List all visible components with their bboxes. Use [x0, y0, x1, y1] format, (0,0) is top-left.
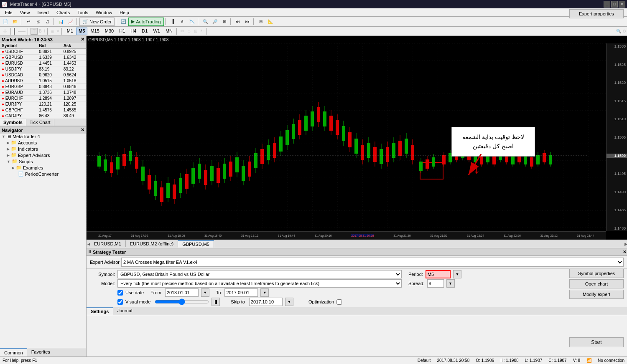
visual-speed-slider[interactable]: [155, 298, 209, 305]
bar-chart-btn[interactable]: ▐: [168, 18, 177, 26]
tf-h1[interactable]: H1: [117, 28, 127, 35]
zoom-out-btn[interactable]: 🔎: [210, 18, 219, 26]
nav-accounts[interactable]: ▶ 📁 Accounts: [0, 139, 86, 146]
nav-indicators[interactable]: ▶ 📁 Indicators: [0, 146, 86, 152]
market-watch-row[interactable]: ● EURGBP 0.8843 0.8846: [0, 84, 86, 90]
tf-m1[interactable]: M1: [64, 28, 76, 35]
line-btn[interactable]: 📉: [187, 18, 196, 26]
zoom-in-btn[interactable]: 🔍: [201, 18, 210, 26]
optimization-checkbox[interactable]: [336, 299, 342, 305]
market-watch-row[interactable]: ● USDCHF 0.8921 0.8925: [0, 49, 86, 55]
chart-scroll-right[interactable]: ▶: [624, 242, 627, 246]
close-button[interactable]: ✕: [619, 1, 625, 8]
scroll-end-btn[interactable]: ⏭: [233, 18, 242, 26]
chart-btn1[interactable]: 📊: [56, 18, 66, 26]
tf-h4[interactable]: H4: [128, 28, 139, 35]
refresh-button[interactable]: 🔄: [119, 18, 128, 26]
crosshair-btn[interactable]: ✛: [1, 28, 9, 34]
template-btn[interactable]: T: [31, 28, 38, 35]
period-sep-btn[interactable]: ⊟: [256, 18, 265, 26]
chart-tab-eurusd-m1[interactable]: EURUSD,M1: [90, 240, 126, 247]
symbol-properties-button[interactable]: Symbol properties: [569, 269, 624, 278]
nav-examples[interactable]: ▶ 📁 Examples: [0, 164, 86, 171]
symbol-select[interactable]: GBPUSD, Great Britain Pound vs US Dollar: [117, 270, 402, 278]
refresh2-btn[interactable]: ↻: [199, 29, 205, 33]
print-button[interactable]: 🖨: [33, 18, 43, 26]
search-icon[interactable]: 🔍: [616, 29, 621, 33]
strategy-tester-close[interactable]: ✕: [623, 250, 626, 254]
candle-btn[interactable]: 🕯: [178, 18, 187, 26]
new-button[interactable]: 📄: [1, 18, 10, 26]
navigator-close[interactable]: ✕: [81, 127, 84, 133]
indicator-btn[interactable]: 📐: [266, 18, 275, 26]
from-input[interactable]: [165, 288, 199, 297]
open-button[interactable]: 📂: [10, 18, 20, 26]
nav-scripts[interactable]: ▼ 📁 Scripts: [0, 158, 86, 164]
undo-button[interactable]: ↩: [24, 18, 33, 26]
tf-mn[interactable]: MN: [163, 28, 175, 35]
market-watch-row[interactable]: ● EURJPY 120.21 120.25: [0, 101, 86, 107]
market-watch-row[interactable]: ● CADJPY 86.43 86.49: [0, 113, 86, 119]
nav-metatrader4[interactable]: ▼ 🖥 MetaTrader 4: [0, 134, 86, 139]
market-watch-row[interactable]: ● EURAUD 1.3736 1.3748: [0, 90, 86, 96]
expert-advisor-select[interactable]: 2 MA Crosses Mega filter EA V1.ex4: [121, 258, 624, 267]
tf-m15[interactable]: M15: [88, 28, 102, 35]
to-calendar-button[interactable]: ▼: [260, 288, 269, 297]
nav-tab-favorites[interactable]: Favorites: [27, 348, 54, 356]
bold-btn[interactable]: B: [38, 29, 43, 33]
settings-icon[interactable]: ⚙: [622, 29, 626, 33]
autotrading-button[interactable]: ▶ AutoTrading: [128, 18, 164, 26]
chart-tab-eurusd-m2[interactable]: EURUSD,M2 (offline): [126, 240, 178, 247]
italic-btn[interactable]: I: [43, 29, 46, 33]
tf-w1[interactable]: W1: [150, 28, 163, 35]
nav-period-converter[interactable]: 📄 PeriodConverter: [0, 171, 86, 177]
tab-settings[interactable]: Settings: [87, 307, 113, 315]
skip-to-calendar-button[interactable]: ▼: [285, 298, 293, 306]
minimize-button[interactable]: _: [604, 1, 610, 8]
chart-btn2[interactable]: 📈: [66, 18, 75, 26]
start-button[interactable]: Start: [569, 337, 624, 347]
grid-btn[interactable]: ⊞: [220, 18, 229, 26]
use-date-checkbox[interactable]: [117, 290, 123, 296]
new-order-button[interactable]: 🛒 New Order: [79, 18, 115, 26]
scroll-begin-btn[interactable]: ⏮: [243, 18, 252, 26]
menu-tools[interactable]: Tools: [74, 9, 92, 16]
to-input[interactable]: [224, 288, 258, 297]
spread-dropdown-button[interactable]: ▼: [446, 279, 455, 288]
tab-journal[interactable]: Journal: [113, 307, 136, 315]
from-calendar-button[interactable]: ▼: [201, 288, 209, 297]
visual-mode-checkbox[interactable]: [117, 299, 123, 305]
menu-charts[interactable]: Charts: [53, 9, 73, 16]
tab-tick-chart[interactable]: Tick Chart: [26, 119, 54, 126]
nav-tab-common[interactable]: Common: [0, 348, 27, 356]
menu-window[interactable]: Window: [92, 9, 115, 16]
open-chart-button[interactable]: Open chart: [569, 279, 624, 288]
tab-symbols[interactable]: Symbols: [0, 119, 26, 126]
menu-help[interactable]: Help: [116, 9, 133, 16]
calc-btn[interactable]: ⊞: [193, 29, 199, 33]
market-watch-row[interactable]: ● AUDUSD 1.0515 1.0518: [0, 78, 86, 84]
nav-expert-advisors[interactable]: ▶ 📁 Expert Advisors: [0, 152, 86, 158]
period-dropdown-button[interactable]: ▼: [453, 270, 461, 278]
tf-d1[interactable]: D1: [139, 28, 150, 35]
email-btn[interactable]: ✉: [179, 29, 185, 33]
smiley-btn[interactable]: ☺: [186, 29, 192, 33]
menu-view[interactable]: View: [17, 9, 33, 16]
period-input[interactable]: [426, 270, 451, 278]
menu-insert[interactable]: Insert: [34, 9, 52, 16]
tf-m30[interactable]: M30: [102, 28, 116, 35]
modify-expert-button[interactable]: Modify expert: [569, 290, 624, 299]
market-watch-row[interactable]: ● EURUSD 1.4451 1.4453: [0, 61, 86, 66]
chart-canvas[interactable]: 1.1530 1.1525 1.1520 1.1515 1.1510 1.150…: [87, 43, 627, 240]
object-list-btn[interactable]: ≡: [50, 28, 55, 34]
line-tool-btn[interactable]: —: [17, 27, 26, 35]
spread-input[interactable]: [427, 279, 444, 288]
model-select[interactable]: Every tick (the most precise method base…: [117, 279, 402, 288]
skip-to-input[interactable]: [249, 298, 283, 306]
chart-tab-gbpusd-m5[interactable]: GBPUSD,M5: [178, 240, 214, 248]
market-watch-scroll[interactable]: Symbol Bid Ask ● USDCHF 0.8921 0.8925 ● …: [0, 43, 86, 119]
tf-m5[interactable]: M5: [76, 28, 87, 35]
market-watch-row[interactable]: ● EURCHF 1.2894 1.2897: [0, 96, 86, 101]
print-prev-button[interactable]: 🖨: [43, 18, 52, 26]
delete-btn[interactable]: ✕: [55, 29, 60, 33]
